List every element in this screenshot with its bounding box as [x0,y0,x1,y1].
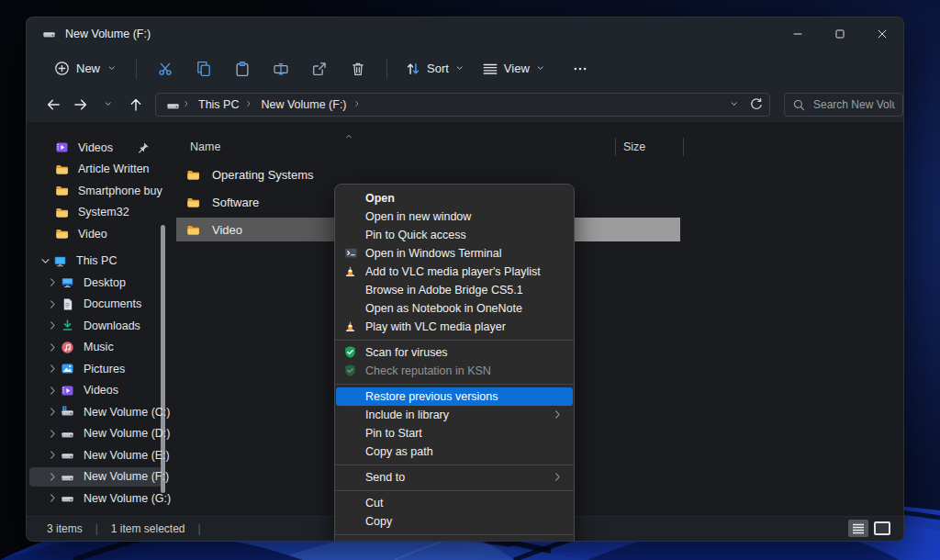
cut-button[interactable] [146,55,185,83]
chevron-right-icon[interactable] [45,363,60,375]
menu-item-add-to-vlc-media-player-s-playlist[interactable]: Add to VLC media player's Playlist [336,263,573,281]
sidebar-item-label: New Volume (E:) [84,449,170,462]
menu-separator [335,534,574,535]
search-input[interactable]: Search New Volum… [784,93,903,117]
refresh-icon[interactable] [749,97,764,112]
large-icons-view-button[interactable] [874,521,890,535]
menu-item-play-with-vlc-media-player[interactable]: Play with VLC media player [336,318,573,336]
paste-button[interactable] [223,55,262,83]
sidebar-item-label: Videos [78,141,113,154]
menu-item-send-to[interactable]: Send to [336,468,573,487]
copy-button[interactable] [185,55,223,83]
drive-icon [165,98,181,112]
chevron-right-icon[interactable] [45,342,60,353]
menu-item-copy[interactable]: Copy [336,512,573,531]
navigation-pane: VideosArticle WrittenSmartphone buySyste… [27,122,172,516]
chevron-right-icon[interactable] [45,276,60,288]
sidebar-item-video[interactable]: Video [27,223,172,245]
menu-separator [335,490,574,491]
menu-item-scan-for-viruses[interactable]: Scan for viruses [336,343,573,362]
sidebar-item-label: Video [78,228,107,241]
column-divider[interactable] [683,138,684,156]
explorer-window: New Volume (F:) New Sort View [26,17,904,542]
sidebar-item-new-volume-c[interactable]: New Volume (C:) [27,401,172,423]
chevron-right-icon[interactable] [45,449,60,461]
sidebar-item-videos[interactable]: Videos [27,380,172,402]
menu-item-open-in-new-window[interactable]: Open in new window [336,207,573,226]
menu-item-include-in-library[interactable]: Include in library [336,406,573,424]
sidebar-item-downloads[interactable]: Downloads [27,315,172,337]
menu-item-label: Open [365,192,395,205]
content-area: VideosArticle WrittenSmartphone buySyste… [27,122,903,516]
forward-button[interactable] [67,92,95,118]
address-dropdown-chevron[interactable] [729,99,740,110]
menu-item-copy-as-path[interactable]: Copy as path [336,442,573,461]
menu-item-label: Check reputation in KSN [365,364,491,377]
sidebar-item-label: New Volume (G:) [84,492,171,505]
chevron-right-icon[interactable] [45,406,60,418]
sidebar-item-system32[interactable]: System32 [27,202,172,224]
sidebar-item-new-volume-d[interactable]: New Volume (D:) [27,423,172,445]
menu-item-open-as-notebook-in-onenote[interactable]: Open as Notebook in OneNote [336,299,573,318]
rename-button[interactable] [262,55,300,83]
context-menu: OpenOpen in new windowPin to Quick acces… [334,184,575,542]
column-header-name[interactable]: Name [190,140,220,153]
sidebar-item-label: Videos [84,384,118,397]
sidebar-item-pictures[interactable]: Pictures [27,358,172,380]
column-headers: Name Size [172,135,903,161]
sort-button[interactable]: Sort [397,56,474,82]
menu-item-cut[interactable]: Cut [336,494,573,512]
sidebar-item-label: New Volume (D:) [84,427,170,440]
sidebar-item-article-written[interactable]: Article Written [27,159,172,181]
sidebar-item-smartphone-buy[interactable]: Smartphone buy [27,180,172,202]
chevron-right-icon[interactable] [45,298,60,310]
view-button[interactable]: View [474,56,554,82]
close-button[interactable] [861,17,903,50]
menu-item-label: Copy as path [365,445,433,458]
sidebar-item-documents[interactable]: Documents [27,294,172,316]
back-button[interactable] [39,92,67,118]
minimize-button[interactable] [777,17,819,50]
sidebar-item-new-volume-f[interactable]: New Volume (F:) [27,466,172,488]
breadcrumb-new-volume-f[interactable]: New Volume (F:) [256,96,351,113]
breadcrumb-this-pc[interactable]: This PC [194,96,243,113]
vlc-icon [343,264,357,278]
menu-item-open-in-windows-terminal[interactable]: Open in Windows Terminal [336,244,573,263]
chevron-right-icon[interactable] [45,428,60,440]
menu-item-check-reputation-in-ksn: Check reputation in KSN [336,362,573,380]
menu-item-label: Scan for viruses [365,346,448,359]
menu-item-browse-in-adobe-bridge-cs5-1[interactable]: Browse in Adobe Bridge CS5.1 [336,281,573,299]
address-bar[interactable]: This PC New Volume (F:) [155,93,770,117]
menu-item-pin-to-quick-access[interactable]: Pin to Quick access [336,226,573,244]
recent-locations-button[interactable] [95,92,122,118]
delete-button[interactable] [339,55,377,83]
sidebar-item-this-pc[interactable]: This PC [27,251,172,273]
share-button[interactable] [300,55,339,83]
terminal-icon [343,246,359,260]
menu-item-restore-previous-versions[interactable]: Restore previous versions [336,387,573,406]
chevron-right-icon[interactable] [45,471,60,483]
menu-item-create-shortcut[interactable]: Create shortcut [336,538,573,542]
menu-item-open[interactable]: Open [336,189,573,207]
chevron-right-icon[interactable] [45,385,60,397]
see-more-button[interactable] [562,55,599,83]
sidebar-item-desktop[interactable]: Desktop [27,272,172,294]
menu-item-label: Copy [365,515,392,528]
sidebar-item-new-volume-g[interactable]: New Volume (G:) [27,487,172,510]
new-button[interactable]: New [45,56,127,81]
menu-item-pin-to-start[interactable]: Pin to Start [336,424,573,442]
shield-icon [343,364,357,377]
up-button[interactable] [122,92,150,118]
chevron-right-icon[interactable] [45,319,60,331]
maximize-button[interactable] [819,17,861,50]
chevron-right-icon[interactable] [45,492,60,504]
sidebar-item-new-volume-e[interactable]: New Volume (E:) [27,444,172,466]
column-header-size[interactable]: Size [623,140,645,153]
drive-icon [60,448,75,462]
sidebar-item-videos[interactable]: Videos [27,137,172,159]
items-count: 3 items [47,522,83,535]
sidebar-item-music[interactable]: Music [27,337,172,359]
column-divider[interactable] [615,138,616,156]
chevron-down-icon[interactable] [38,255,52,267]
details-view-button[interactable] [848,520,868,537]
